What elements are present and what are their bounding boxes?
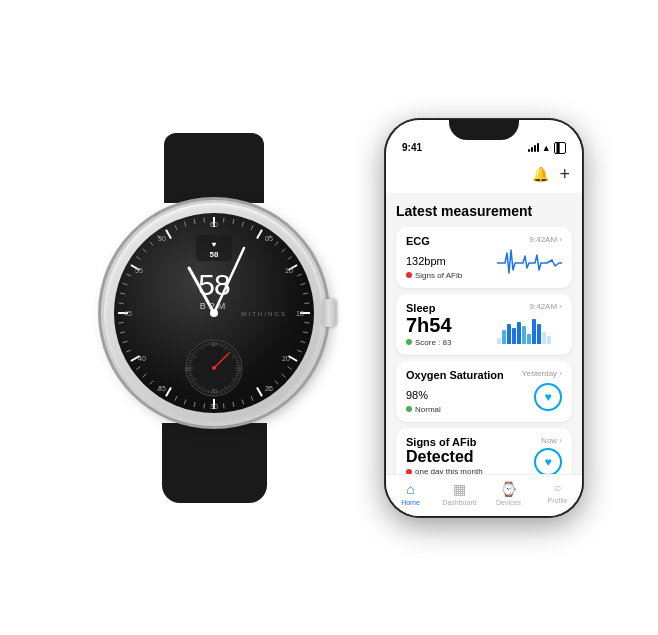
- devices-icon: ⌚: [500, 481, 517, 497]
- oxygen-status-dot: [406, 406, 412, 412]
- svg-text:45: 45: [124, 310, 132, 317]
- profile-icon: ○: [554, 481, 561, 495]
- svg-text:05: 05: [265, 235, 273, 242]
- phone-body: 9:41 ▲ ▌ 🔔 +: [384, 118, 584, 518]
- profile-label: Profile: [548, 497, 568, 504]
- svg-text:55: 55: [135, 267, 143, 274]
- phone-screen: 9:41 ▲ ▌ 🔔 +: [386, 120, 582, 516]
- svg-line-85: [288, 256, 292, 259]
- svg-line-83: [275, 241, 278, 245]
- svg-line-105: [224, 403, 225, 408]
- svg-text:15: 15: [296, 310, 304, 317]
- oxygen-card[interactable]: Oxygen Saturation Yesterday › 98% Norma: [396, 361, 572, 422]
- svg-line-127: [136, 256, 140, 259]
- phone-container: 9:41 ▲ ▌ 🔔 +: [384, 118, 584, 518]
- svg-line-124: [123, 283, 128, 285]
- svg-line-90: [305, 302, 310, 303]
- ecg-value: 132bpm: [406, 247, 462, 269]
- svg-line-120: [119, 322, 124, 323]
- svg-line-113: [150, 380, 153, 384]
- status-time: 9:41: [402, 142, 422, 153]
- svg-line-123: [120, 293, 125, 294]
- svg-line-87: [297, 273, 302, 275]
- svg-line-131: [166, 229, 171, 238]
- watch-body: // This won't run in SVG, we'll do it vi…: [104, 203, 324, 423]
- home-icon: ⌂: [406, 481, 414, 497]
- svg-line-97: [288, 366, 292, 369]
- svg-line-119: [120, 331, 125, 332]
- svg-line-129: [150, 241, 153, 245]
- svg-line-134: [194, 219, 195, 224]
- app-content: Latest measurement ECG 9:42AM › 132bpm: [386, 193, 582, 474]
- sleep-chart: [497, 316, 562, 344]
- svg-line-93: [303, 331, 308, 332]
- svg-text:30: 30: [210, 403, 218, 410]
- oxygen-icon: ♥: [534, 383, 562, 411]
- nav-home[interactable]: ⌂ Home: [386, 481, 435, 506]
- svg-line-78: [233, 219, 234, 224]
- svg-line-104: [233, 402, 234, 407]
- afib-icon: ♥: [534, 448, 562, 474]
- svg-line-109: [184, 399, 186, 404]
- add-icon[interactable]: +: [559, 164, 570, 185]
- watch-strap-top: [164, 133, 264, 203]
- home-label: Home: [401, 499, 420, 506]
- svg-line-79: [242, 221, 244, 226]
- battery-icon: ▌: [554, 142, 566, 154]
- wifi-icon: ▲: [542, 143, 551, 153]
- svg-line-135: [204, 217, 205, 222]
- nav-devices[interactable]: ⌚ Devices: [484, 481, 533, 506]
- nav-dashboard[interactable]: ▦ Dashboard: [435, 481, 484, 506]
- svg-point-75: [212, 366, 216, 370]
- status-icons: ▲ ▌: [528, 142, 566, 154]
- svg-line-122: [119, 302, 124, 303]
- app-header: 🔔 +: [386, 158, 582, 193]
- ecg-title: ECG: [406, 235, 430, 247]
- svg-text:58: 58: [198, 268, 230, 301]
- nav-profile[interactable]: ○ Profile: [533, 481, 582, 506]
- svg-text:35: 35: [158, 385, 166, 392]
- svg-line-89: [303, 293, 308, 294]
- svg-text:50: 50: [158, 235, 166, 242]
- svg-text:♥: ♥: [212, 240, 217, 249]
- svg-line-95: [297, 350, 302, 352]
- svg-line-132: [175, 225, 177, 230]
- svg-line-133: [184, 221, 186, 226]
- watch-crown: [322, 299, 336, 327]
- dashboard-label: Dashboard: [442, 499, 476, 506]
- bell-icon[interactable]: 🔔: [532, 166, 549, 182]
- svg-line-80: [251, 225, 253, 230]
- svg-line-84: [282, 248, 286, 251]
- svg-text:10: 10: [285, 267, 293, 274]
- watch-strap-bottom: [162, 423, 267, 503]
- oxygen-title: Oxygen Saturation: [406, 369, 504, 381]
- watch-face: // This won't run in SVG, we'll do it vi…: [114, 213, 314, 413]
- sleep-value: 7h54: [406, 314, 452, 336]
- ecg-card[interactable]: ECG 9:42AM › 132bpm Signs of AFib: [396, 227, 572, 288]
- svg-text:WITHINGS: WITHINGS: [241, 311, 287, 317]
- ecg-status-dot: [406, 272, 412, 278]
- ecg-chart: [497, 248, 562, 278]
- svg-text:90: 90: [211, 341, 217, 347]
- svg-line-77: [224, 217, 225, 222]
- svg-line-101: [257, 387, 262, 396]
- svg-line-125: [126, 273, 131, 275]
- svg-line-118: [123, 341, 128, 343]
- sleep-card[interactable]: Sleep 9:42AM › 7h54 Score : 83: [396, 294, 572, 355]
- svg-line-107: [204, 403, 205, 408]
- svg-line-81: [257, 229, 262, 238]
- svg-text:20: 20: [282, 355, 290, 362]
- svg-line-103: [242, 399, 244, 404]
- sleep-status: Score : 83: [406, 338, 452, 347]
- bottom-nav: ⌂ Home ▦ Dashboard ⌚ Devices ○ Profile: [386, 474, 582, 516]
- afib-card[interactable]: Signs of AFib Now › Detected one day thi…: [396, 428, 572, 474]
- svg-line-128: [143, 248, 147, 251]
- svg-line-92: [305, 322, 310, 323]
- oxygen-time: Yesterday ›: [522, 369, 562, 378]
- svg-text:BPM: BPM: [200, 301, 229, 311]
- svg-line-102: [251, 396, 253, 401]
- oxygen-status: Normal: [406, 405, 441, 414]
- oxygen-value: 98%: [406, 381, 441, 403]
- svg-line-99: [275, 380, 278, 384]
- svg-text:58: 58: [210, 250, 219, 259]
